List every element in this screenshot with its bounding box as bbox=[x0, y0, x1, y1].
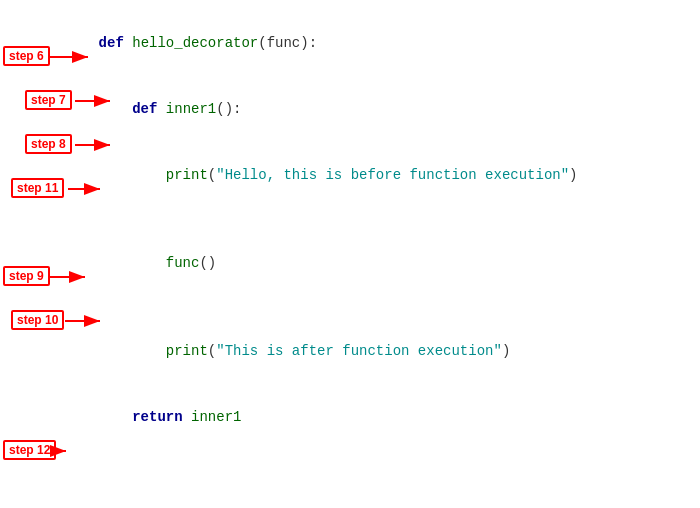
code-area: def hello_decorator(func): def inner1():… bbox=[0, 0, 700, 508]
step10-label: step 10 bbox=[11, 310, 64, 330]
code-line-11: def function_to_be_used(): bbox=[65, 494, 700, 508]
code-line-4 bbox=[65, 208, 700, 230]
code-line-9 bbox=[65, 450, 700, 472]
code-line-6 bbox=[65, 296, 700, 318]
code-line-10 bbox=[65, 472, 700, 494]
step7-label: step 7 bbox=[25, 90, 72, 110]
code-line-7: print("This is after function execution"… bbox=[65, 318, 700, 384]
code-line-1: def hello_decorator(func): bbox=[65, 10, 700, 76]
code-line-5: func() bbox=[65, 230, 700, 296]
code-line-2: def inner1(): bbox=[65, 76, 700, 142]
step8-label: step 8 bbox=[25, 134, 72, 154]
code-line-8: return inner1 bbox=[65, 384, 700, 450]
step12-label: step 12 bbox=[3, 440, 56, 460]
step11-label: step 11 bbox=[11, 178, 64, 198]
step6-label: step 6 bbox=[3, 46, 50, 66]
code-line-3: print("Hello, this is before function ex… bbox=[65, 142, 700, 208]
step9-label: step 9 bbox=[3, 266, 50, 286]
